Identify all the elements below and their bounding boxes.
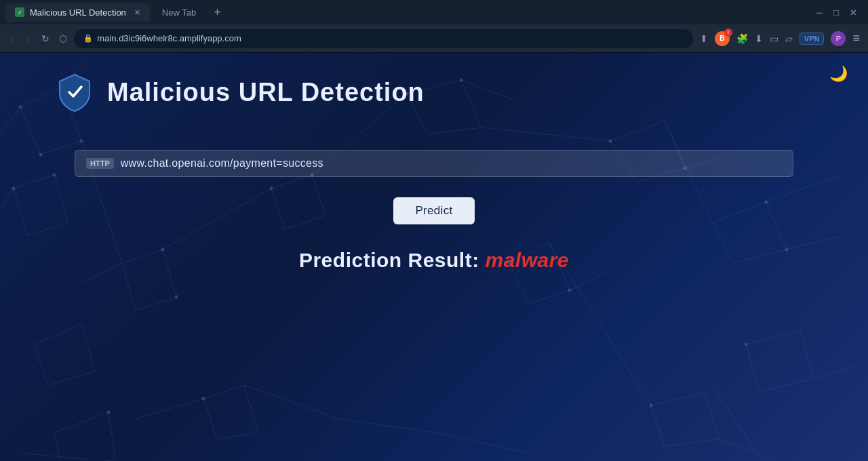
address-input[interactable]: 🔒 main.d3ic9i6whelr8c.amplifyapp.com (74, 29, 693, 48)
forward-button[interactable]: › (24, 32, 33, 45)
tab-active-label: Malicious URL Detection (30, 7, 126, 18)
svg-marker-21 (746, 331, 814, 392)
address-bar-row: ‹ › ↻ ⬡ 🔒 main.d3ic9i6whelr8c.amplifyapp… (0, 24, 868, 53)
extensions-icon[interactable]: 🧩 (736, 33, 748, 44)
menu-icon[interactable]: ≡ (852, 31, 860, 45)
svg-line-33 (434, 433, 529, 453)
svg-line-31 (244, 385, 339, 419)
shield-logo (54, 72, 95, 113)
back-button[interactable]: ‹ (8, 32, 17, 45)
tab-favicon: ✓ (15, 7, 24, 17)
toolbar-right: ⬆ B ! 🧩 ⬇ ▭ ▱ VPN P ≡ (700, 31, 860, 46)
svg-point-55 (650, 404, 653, 407)
app-title: Malicious URL Detection (107, 78, 425, 107)
svg-marker-7 (34, 324, 95, 385)
predict-section: Predict (0, 197, 868, 224)
url-input-box: HTTP (75, 150, 793, 177)
result-section: Prediction Result: malware (0, 249, 868, 272)
svg-point-40 (12, 187, 16, 191)
refresh-button[interactable]: ↻ (39, 32, 52, 45)
window-controls: ─ □ ✕ (816, 7, 863, 18)
result-text: Prediction Result: malware (299, 249, 569, 271)
svg-point-50 (609, 140, 612, 143)
close-button[interactable]: ✕ (850, 7, 857, 18)
result-label: Prediction Result: (299, 249, 486, 271)
svg-line-24 (719, 439, 773, 460)
url-input-field[interactable] (121, 157, 782, 169)
shield-svg (54, 72, 95, 113)
url-section: HTTP (75, 150, 793, 177)
tab-close-button[interactable]: ✕ (134, 8, 140, 17)
tab-active[interactable]: ✓ Malicious URL Detection ✕ (5, 3, 150, 22)
svg-point-54 (745, 343, 748, 346)
tab-inactive-label: New Tab (162, 7, 196, 18)
svg-marker-8 (54, 412, 115, 461)
bookmark-button[interactable]: ⬡ (59, 33, 67, 44)
http-badge: HTTP (86, 158, 114, 169)
tab-inactive[interactable]: New Tab (153, 3, 205, 22)
screen-icon[interactable]: ▱ (785, 33, 793, 44)
share-icon[interactable]: ⬆ (700, 33, 708, 44)
browser-chrome: ✓ Malicious URL Detection ✕ New Tab + ─ … (0, 0, 868, 53)
brave-shield-badge: ! (724, 28, 732, 37)
svg-point-43 (175, 296, 178, 299)
svg-line-28 (481, 127, 610, 141)
app-header: Malicious URL Detection (0, 53, 868, 113)
svg-point-41 (53, 174, 56, 177)
svg-point-39 (39, 153, 43, 157)
profile-icon[interactable]: P (831, 31, 846, 46)
svg-line-9 (20, 453, 88, 460)
svg-point-44 (270, 187, 273, 191)
svg-line-11 (136, 399, 203, 419)
downloads-icon[interactable]: ⬇ (755, 33, 763, 44)
tab-bar: ✓ Malicious URL Detection ✕ New Tab + ─ … (0, 0, 868, 24)
lock-icon: 🔒 (83, 34, 93, 43)
svg-point-38 (80, 140, 83, 143)
minimize-button[interactable]: ─ (816, 7, 823, 18)
sidebar-icon[interactable]: ▭ (770, 33, 778, 44)
new-tab-button[interactable]: + (208, 5, 226, 20)
svg-line-22 (814, 365, 861, 378)
vpn-badge[interactable]: VPN (800, 33, 825, 45)
svg-point-56 (202, 397, 205, 401)
result-value: malware (485, 249, 569, 271)
maximize-button[interactable]: □ (833, 7, 839, 18)
brave-shield-icon[interactable]: B ! (715, 31, 730, 46)
svg-line-20 (787, 236, 841, 249)
app-content: 🌙 Malicious URL Detection HTTP Predict P… (0, 53, 868, 461)
svg-line-16 (570, 270, 610, 290)
url-display: main.d3ic9i6whelr8c.amplifyapp.com (97, 33, 241, 43)
svg-marker-10 (203, 385, 258, 439)
svg-line-32 (339, 419, 434, 433)
svg-marker-23 (651, 392, 719, 446)
svg-point-49 (568, 289, 572, 292)
svg-point-57 (107, 411, 111, 414)
predict-button[interactable]: Predict (393, 197, 474, 224)
